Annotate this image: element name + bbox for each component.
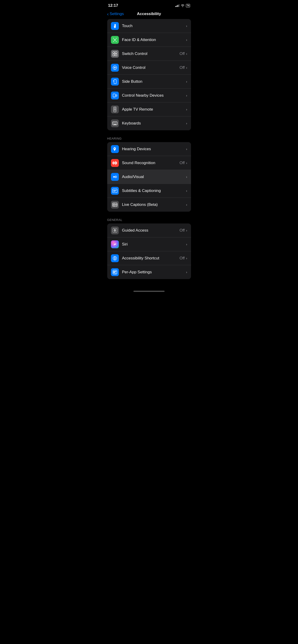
- svg-rect-2: [116, 38, 117, 38]
- general-section-label: GENERAL: [104, 214, 195, 224]
- control-nearby-item[interactable]: Control Nearby Devices ›: [107, 88, 191, 102]
- chevron-icon: ›: [186, 24, 187, 28]
- svg-point-5: [114, 39, 114, 40]
- accessibility-shortcut-item[interactable]: Accessibility Shortcut Off ›: [107, 251, 191, 265]
- svg-point-55: [114, 257, 115, 258]
- chevron-icon: ›: [186, 147, 187, 151]
- svg-point-13: [114, 67, 116, 68]
- switch-control-icon: [111, 50, 119, 58]
- svg-rect-24: [114, 122, 114, 123]
- svg-rect-34: [114, 161, 114, 164]
- siri-item[interactable]: Siri ›: [107, 238, 191, 251]
- live-captions-item[interactable]: Live Captions (Beta) ›: [107, 198, 191, 212]
- chevron-icon: ›: [186, 66, 187, 70]
- apple-tv-label: Apple TV Remote: [122, 107, 186, 112]
- back-label: Settings: [110, 12, 124, 16]
- audio-visual-item[interactable]: Audio/Visual ›: [107, 170, 191, 184]
- chevron-icon: ›: [186, 52, 187, 56]
- svg-rect-14: [114, 80, 116, 84]
- home-indicator: [133, 291, 165, 292]
- svg-point-32: [114, 148, 115, 149]
- back-button[interactable]: ‹ Settings: [107, 12, 124, 16]
- svg-rect-58: [115, 271, 116, 272]
- face-id-item[interactable]: Face ID & Attention ›: [107, 33, 191, 47]
- chevron-icon: ›: [186, 175, 187, 179]
- svg-rect-46: [115, 204, 115, 206]
- battery-level: 74: [187, 4, 189, 7]
- touch-item[interactable]: Touch ›: [107, 19, 191, 33]
- chevron-icon: ›: [186, 270, 187, 274]
- per-app-item[interactable]: Per-App Settings ›: [107, 265, 191, 279]
- side-button-icon: [111, 78, 119, 86]
- guided-access-item[interactable]: Guided Access Off ›: [107, 224, 191, 238]
- svg-rect-23: [113, 122, 114, 123]
- svg-rect-29: [115, 123, 115, 124]
- navigation-bar: ‹ Settings Accessibility: [104, 10, 195, 19]
- svg-rect-30: [116, 123, 116, 124]
- voice-control-label: Voice Control: [122, 65, 180, 70]
- svg-rect-27: [113, 123, 114, 124]
- svg-point-21: [115, 111, 115, 112]
- side-button-item[interactable]: Side Button ›: [107, 75, 191, 88]
- guided-access-icon: [111, 226, 119, 234]
- svg-rect-19: [114, 109, 116, 110]
- touch-label: Touch: [122, 24, 186, 28]
- siri-label: Siri: [122, 242, 186, 247]
- svg-rect-20: [114, 110, 116, 110]
- live-captions-label: Live Captions (Beta): [122, 202, 186, 207]
- voice-control-value: Off: [179, 65, 184, 70]
- sound-recognition-icon: [111, 159, 119, 167]
- svg-rect-10: [113, 54, 115, 56]
- apple-tv-item[interactable]: Apple TV Remote ›: [107, 102, 191, 116]
- subtitles-label: Subtitles & Captioning: [122, 188, 186, 193]
- chevron-icon: ›: [186, 189, 187, 193]
- svg-point-53: [113, 243, 116, 246]
- status-bar: 12:17 74: [104, 0, 195, 10]
- voice-control-icon: [111, 64, 119, 72]
- svg-rect-47: [116, 203, 116, 206]
- accessibility-shortcut-icon: [111, 254, 119, 262]
- hearing-devices-item[interactable]: Hearing Devices ›: [107, 142, 191, 156]
- chevron-icon: ›: [186, 80, 187, 84]
- touch-icon: [111, 22, 119, 30]
- svg-rect-4: [116, 41, 117, 42]
- per-app-label: Per-App Settings: [122, 270, 186, 274]
- svg-rect-26: [116, 122, 116, 123]
- keyboards-item[interactable]: Keyboards ›: [107, 116, 191, 130]
- chevron-icon: ›: [186, 94, 187, 97]
- content-area: Touch › Face ID & Attention ›: [104, 19, 195, 286]
- svg-point-39: [115, 176, 116, 177]
- svg-rect-9: [115, 52, 117, 54]
- svg-rect-42: [113, 191, 116, 192]
- siri-icon: [111, 240, 119, 248]
- audio-visual-label: Audio/Visual: [122, 174, 186, 179]
- voice-control-item[interactable]: Voice Control Off ›: [107, 61, 191, 75]
- svg-rect-56: [113, 270, 117, 274]
- face-id-label: Face ID & Attention: [122, 38, 186, 42]
- keyboards-label: Keyboards: [122, 121, 186, 126]
- svg-rect-48: [117, 204, 117, 206]
- sound-recognition-item[interactable]: Sound Recognition Off ›: [107, 156, 191, 170]
- switch-control-item[interactable]: Switch Control Off ›: [107, 47, 191, 61]
- svg-rect-28: [114, 123, 114, 124]
- audio-visual-icon: [111, 173, 119, 181]
- accessibility-shortcut-value: Off: [179, 256, 184, 260]
- switch-control-value: Off: [179, 52, 184, 56]
- svg-point-51: [114, 230, 115, 231]
- sound-recognition-value: Off: [179, 161, 184, 165]
- svg-rect-40: [113, 189, 117, 193]
- hearing-devices-label: Hearing Devices: [122, 147, 186, 152]
- svg-rect-57: [114, 271, 115, 274]
- svg-point-16: [114, 96, 114, 97]
- wifi-icon: [181, 4, 184, 7]
- general-section: Guided Access Off › Siri ›: [107, 224, 191, 279]
- chevron-icon: ›: [186, 161, 187, 165]
- hearing-section-wrapper: HEARING Hearing Devices ›: [104, 132, 195, 212]
- svg-rect-1: [113, 38, 114, 38]
- subtitles-item[interactable]: Subtitles & Captioning ›: [107, 184, 191, 198]
- per-app-icon: [111, 268, 119, 276]
- apple-tv-icon: [111, 106, 119, 113]
- svg-rect-31: [114, 124, 116, 125]
- svg-rect-3: [113, 41, 114, 42]
- chevron-icon: ›: [186, 228, 187, 232]
